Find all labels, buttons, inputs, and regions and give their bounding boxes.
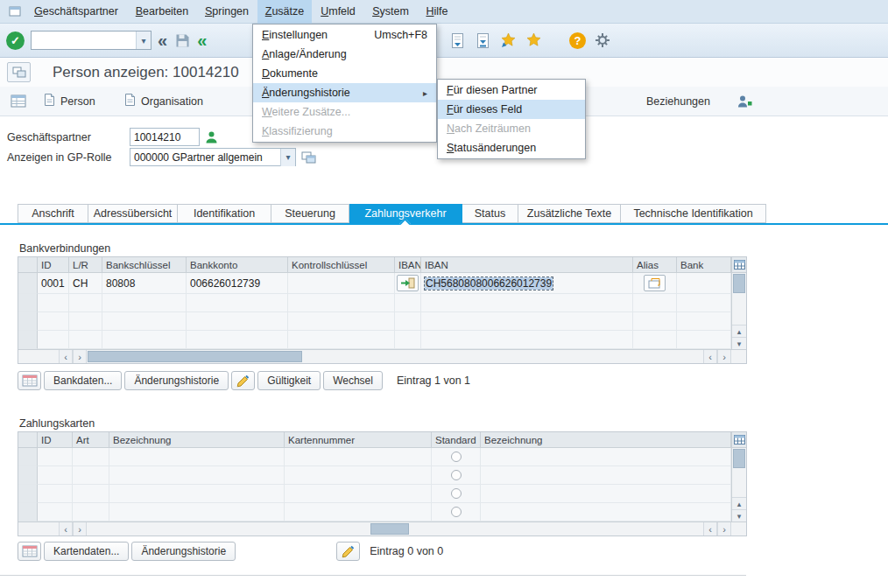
services-overview-icon[interactable] xyxy=(7,62,31,82)
row-selector-header[interactable] xyxy=(18,257,38,273)
partner-input[interactable]: 10014210 xyxy=(130,128,200,146)
submenu-arrow-icon: ▸ xyxy=(423,88,427,98)
tab-status[interactable]: Status xyxy=(462,204,518,223)
standard-radio[interactable] xyxy=(451,488,462,499)
cell-id[interactable]: 0001 xyxy=(38,273,69,294)
scroll-right-icon[interactable]: › xyxy=(717,522,731,536)
tab-steuerung[interactable]: Steuerung xyxy=(271,204,349,223)
cell-iban[interactable]: CH5680808006626012739 xyxy=(421,273,633,294)
create-shortcut-icon[interactable] xyxy=(499,31,517,50)
cell-kontrollschluessel[interactable] xyxy=(288,273,395,294)
kartendaten-button[interactable]: Kartendaten... xyxy=(44,542,129,561)
scroll-left-icon[interactable]: ‹ xyxy=(59,350,73,363)
tab-zusaetzliche-texte[interactable]: Zusätzliche Texte xyxy=(518,204,621,223)
back-icon[interactable]: « xyxy=(158,32,167,49)
table-settings-icon[interactable] xyxy=(732,257,746,273)
person-button[interactable]: Person xyxy=(44,87,95,116)
cell-bankschluessel[interactable]: 80808 xyxy=(102,273,187,294)
scroll-left-icon[interactable]: ‹ xyxy=(703,350,717,363)
scrollbar-thumb[interactable] xyxy=(88,351,302,362)
gp-roles-icon[interactable] xyxy=(301,151,316,164)
partner-field-row: Geschäftspartner 10014210 xyxy=(7,128,218,146)
scroll-right-icon[interactable]: › xyxy=(717,350,731,363)
bank-aenderungshistorie-button[interactable]: Änderungshistorie xyxy=(124,371,229,390)
scroll-right-icon[interactable]: › xyxy=(73,350,87,363)
exit-icon[interactable]: « xyxy=(197,32,207,49)
worklist-icon[interactable] xyxy=(11,87,26,116)
menubar-item-hilfe[interactable]: Hilfe xyxy=(417,0,457,24)
organisation-button[interactable]: Organisation xyxy=(124,87,203,116)
cell-lr[interactable]: CH xyxy=(69,273,102,294)
standard-radio[interactable] xyxy=(451,470,462,480)
page-down-icon[interactable] xyxy=(448,31,466,50)
role-select[interactable]: 000000 GPartner allgemein ▾ xyxy=(130,148,296,166)
scroll-right-icon[interactable]: › xyxy=(73,522,87,536)
scroll-up-icon[interactable]: ▴ xyxy=(732,497,746,509)
highlight-changes-icon-button[interactable] xyxy=(231,371,255,390)
row-selector[interactable] xyxy=(18,466,38,485)
enter-check-icon[interactable]: ✓ xyxy=(6,32,25,50)
bank-row-empty xyxy=(18,294,731,312)
cards-table-entries-icon-button[interactable] xyxy=(18,542,41,561)
menu-item-aenderungshistorie[interactable]: Änderungshistorie ▸ xyxy=(253,83,436,102)
customize-gear-icon[interactable] xyxy=(594,31,611,50)
submenu-item-statusaenderungen[interactable]: Statusänderungen xyxy=(438,138,585,158)
bankdaten-button[interactable]: Bankdaten... xyxy=(44,371,122,390)
menubar-item-springen[interactable]: Springen xyxy=(196,0,257,24)
row-selector[interactable] xyxy=(18,331,38,349)
submenu-item-fuer-dieses-feld[interactable]: Für dieses Feld xyxy=(438,100,585,119)
favorites-star-icon[interactable] xyxy=(525,31,542,50)
card-row-empty xyxy=(18,485,731,503)
row-selector-header[interactable] xyxy=(18,432,38,448)
bank-table-entries-icon-button[interactable] xyxy=(18,371,41,390)
submenu-item-fuer-diesen-partner[interactable]: Für diesen Partner xyxy=(438,80,585,100)
tab-identifikation[interactable]: Identifikation xyxy=(178,204,271,223)
cards-aenderungshistorie-button[interactable]: Änderungshistorie xyxy=(131,542,236,561)
row-selector[interactable] xyxy=(18,294,38,312)
scroll-left-icon[interactable]: ‹ xyxy=(703,522,717,536)
scroll-down-icon[interactable]: ▾ xyxy=(732,509,746,522)
table-settings-icon[interactable] xyxy=(732,432,746,448)
scroll-down-icon[interactable]: ▾ xyxy=(732,337,746,349)
menu-item-anlage-aenderung[interactable]: Anlage/Änderung xyxy=(253,45,436,64)
window-menu-icon[interactable] xyxy=(5,3,25,20)
menu-item-dokumente[interactable]: Dokumente xyxy=(253,64,436,83)
menubar-item-system[interactable]: System xyxy=(364,0,417,24)
standard-radio[interactable] xyxy=(451,452,462,462)
chevron-down-icon[interactable]: ▾ xyxy=(280,149,295,166)
menubar-item-umfeld[interactable]: Umfeld xyxy=(312,0,364,24)
menu-item-einstellungen[interactable]: Einstellungen Umsch+F8 xyxy=(253,25,436,45)
tab-technische-identifikation[interactable]: Technische Identifikation xyxy=(621,204,766,223)
chevron-down-icon[interactable]: ▾ xyxy=(136,32,151,49)
cell-bank[interactable] xyxy=(677,273,731,294)
standard-radio[interactable] xyxy=(451,507,462,517)
highlight-changes-icon-button[interactable] xyxy=(336,542,360,561)
row-selector[interactable] xyxy=(18,503,38,522)
menubar-item-geschaeftspartner[interactable]: Geschäftspartner xyxy=(25,0,128,24)
scrollbar-thumb[interactable] xyxy=(370,523,409,535)
row-selector[interactable] xyxy=(18,448,38,466)
save-icon[interactable] xyxy=(173,31,191,50)
row-selector[interactable] xyxy=(18,273,38,294)
help-icon[interactable]: ? xyxy=(569,32,586,49)
scroll-left-icon[interactable]: ‹ xyxy=(59,522,73,536)
scroll-up-icon[interactable]: ▴ xyxy=(732,325,746,337)
row-selector[interactable] xyxy=(18,312,38,331)
beziehungen-button[interactable]: Beziehungen xyxy=(646,87,710,116)
relationships-person-icon[interactable] xyxy=(737,87,752,116)
page-last-icon[interactable] xyxy=(474,31,491,50)
gueltigkeit-button[interactable]: Gültigkeit xyxy=(257,371,321,390)
tab-adressuebersicht[interactable]: Adressübersicht xyxy=(88,204,178,223)
alias-button[interactable] xyxy=(644,275,666,291)
scrollbar-thumb[interactable] xyxy=(733,274,745,293)
wechsel-button[interactable]: Wechsel xyxy=(323,371,383,390)
scrollbar-thumb[interactable] xyxy=(733,449,745,468)
cell-bankkonto[interactable]: 006626012739 xyxy=(187,273,288,294)
iban-detail-button[interactable] xyxy=(397,275,419,291)
row-selector[interactable] xyxy=(18,485,38,503)
cards-section-title: Zahlungskarten xyxy=(19,417,95,430)
menubar-item-zusaetze[interactable]: Zusätze xyxy=(257,0,312,24)
menubar-item-bearbeiten[interactable]: Bearbeiten xyxy=(128,0,196,24)
command-field[interactable] xyxy=(32,32,136,49)
tab-anschrift[interactable]: Anschrift xyxy=(18,204,88,223)
